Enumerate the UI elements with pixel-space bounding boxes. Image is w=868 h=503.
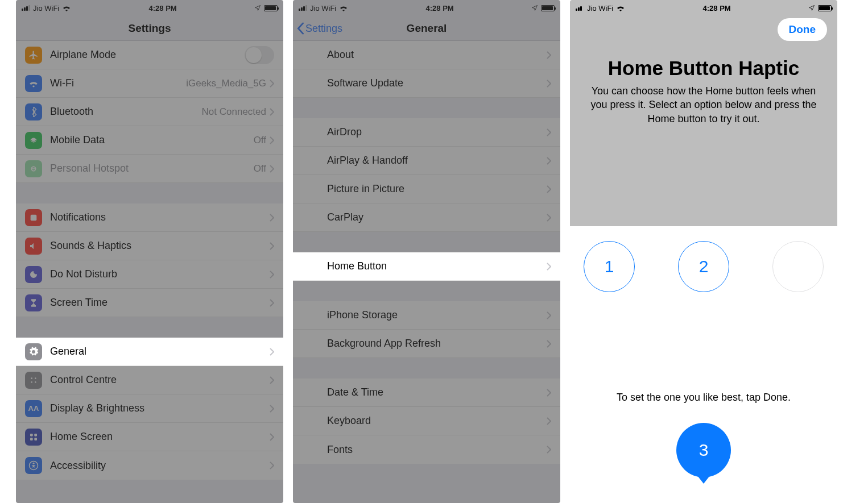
chevron-right-icon xyxy=(270,376,274,384)
chevron-right-icon xyxy=(270,214,274,222)
haptic-option-1[interactable]: 1 xyxy=(584,241,635,292)
row-airplane-mode[interactable]: Airplane Mode xyxy=(16,41,283,69)
page-title: General xyxy=(407,22,447,35)
haptic-option-3-outline[interactable] xyxy=(772,241,824,292)
chevron-right-icon xyxy=(547,340,551,348)
row-label: Mobile Data xyxy=(50,134,254,146)
row-iphone-storage[interactable]: iPhone Storage xyxy=(293,301,560,330)
battery-icon xyxy=(818,5,832,11)
chevron-right-icon xyxy=(547,185,551,193)
chevron-right-icon xyxy=(270,348,274,356)
sounds-icon xyxy=(25,238,42,255)
row-date-time[interactable]: Date & Time xyxy=(293,379,560,407)
row-label: About xyxy=(327,49,547,61)
row-personal-hotspot[interactable]: Personal Hotspot Off xyxy=(16,155,283,183)
svg-point-10 xyxy=(33,463,35,464)
wifi-icon xyxy=(25,75,42,92)
nav-bar: Settings General xyxy=(293,16,560,41)
chevron-right-icon xyxy=(547,214,551,222)
chevron-right-icon xyxy=(547,311,551,319)
chevron-right-icon xyxy=(547,80,551,88)
chevron-right-icon xyxy=(547,128,551,136)
svg-rect-6 xyxy=(34,434,37,437)
chevron-right-icon xyxy=(270,433,274,441)
row-keyboard[interactable]: Keyboard xyxy=(293,407,560,435)
row-label: Home Screen xyxy=(50,431,270,443)
svg-rect-7 xyxy=(30,438,33,440)
row-mobile-data[interactable]: Mobile Data Off xyxy=(16,126,283,155)
page-title: Settings xyxy=(129,22,171,35)
carrier-label: Jio WiFi xyxy=(33,4,59,13)
row-carplay[interactable]: CarPlay xyxy=(293,203,560,232)
haptic-option-selected[interactable]: 3 xyxy=(676,423,731,477)
svg-rect-5 xyxy=(30,434,33,437)
haptic-picker: 1 2 To set the one you like best, tap Do… xyxy=(570,226,837,503)
row-label: Airplane Mode xyxy=(50,49,245,61)
row-airplay-handoff[interactable]: AirPlay & Handoff xyxy=(293,147,560,175)
svg-point-2 xyxy=(35,377,36,379)
row-label: Software Update xyxy=(327,77,547,89)
home-screen-icon xyxy=(25,429,42,446)
haptic-title: Home Button Haptic xyxy=(570,57,837,80)
clock: 4:28 PM xyxy=(703,4,731,13)
row-display-brightness[interactable]: AA Display & Brightness xyxy=(16,394,283,423)
cell-signal-icon xyxy=(299,5,307,11)
back-label: Settings xyxy=(305,23,342,35)
haptic-option-2[interactable]: 2 xyxy=(678,241,729,292)
row-bluetooth[interactable]: Bluetooth Not Connected xyxy=(16,98,283,126)
row-accessibility[interactable]: Accessibility xyxy=(16,451,283,480)
row-software-update[interactable]: Software Update xyxy=(293,69,560,98)
home-button-haptic-screen: Jio WiFi 4:28 PM Done Home Button Haptic… xyxy=(570,0,837,503)
airplane-toggle[interactable] xyxy=(245,46,274,64)
status-bar: Jio WiFi 4:28 PM xyxy=(293,0,560,16)
chevron-right-icon xyxy=(547,157,551,165)
bluetooth-icon xyxy=(25,103,42,120)
airplane-icon xyxy=(25,47,42,64)
done-button[interactable]: Done xyxy=(778,18,828,41)
wifi-icon xyxy=(616,5,625,11)
row-value: Not Connected xyxy=(202,106,266,118)
row-sounds-haptics[interactable]: Sounds & Haptics xyxy=(16,232,283,260)
row-screen-time[interactable]: Screen Time xyxy=(16,289,283,317)
chevron-right-icon xyxy=(547,446,551,454)
clock: 4:28 PM xyxy=(426,4,454,13)
row-home-button[interactable]: Home Button xyxy=(293,252,560,281)
row-control-centre[interactable]: Control Centre xyxy=(16,366,283,394)
row-do-not-disturb[interactable]: Do Not Disturb xyxy=(16,260,283,289)
row-notifications[interactable]: Notifications xyxy=(16,203,283,232)
row-about[interactable]: About xyxy=(293,41,560,69)
row-background-app-refresh[interactable]: Background App Refresh xyxy=(293,330,560,358)
group-spacer xyxy=(293,281,560,301)
hotspot-icon xyxy=(25,160,42,177)
battery-icon xyxy=(264,5,278,11)
row-label: Background App Refresh xyxy=(327,338,547,350)
row-home-screen[interactable]: Home Screen xyxy=(16,423,283,451)
row-label: AirDrop xyxy=(327,126,547,138)
general-screen: Jio WiFi 4:28 PM Settings General About … xyxy=(293,0,560,503)
row-label: Wi-Fi xyxy=(50,77,186,89)
chevron-right-icon xyxy=(270,136,274,144)
row-airdrop[interactable]: AirDrop xyxy=(293,118,560,147)
wifi-icon xyxy=(62,5,71,11)
chevron-right-icon xyxy=(547,417,551,425)
location-icon xyxy=(254,5,261,11)
row-fonts[interactable]: Fonts xyxy=(293,435,560,464)
cell-signal-icon xyxy=(22,5,30,11)
row-label: AirPlay & Handoff xyxy=(327,155,547,167)
row-picture-in-picture[interactable]: Picture in Picture xyxy=(293,175,560,203)
row-label: General xyxy=(50,346,270,357)
dnd-icon xyxy=(25,266,42,283)
row-label: Do Not Disturb xyxy=(50,268,270,280)
mobile-data-icon xyxy=(25,132,42,149)
row-general[interactable]: General xyxy=(16,338,283,366)
row-value: Off xyxy=(254,135,266,146)
row-wifi[interactable]: Wi-Fi iGeeks_Media_5G xyxy=(16,69,283,98)
control-centre-icon xyxy=(25,372,42,389)
chevron-right-icon xyxy=(270,405,274,413)
display-icon: AA xyxy=(25,400,42,417)
row-value: iGeeks_Media_5G xyxy=(186,78,266,89)
row-label: Fonts xyxy=(327,444,547,456)
chevron-right-icon xyxy=(270,242,274,250)
back-button[interactable]: Settings xyxy=(296,16,342,41)
wifi-icon xyxy=(339,5,348,11)
